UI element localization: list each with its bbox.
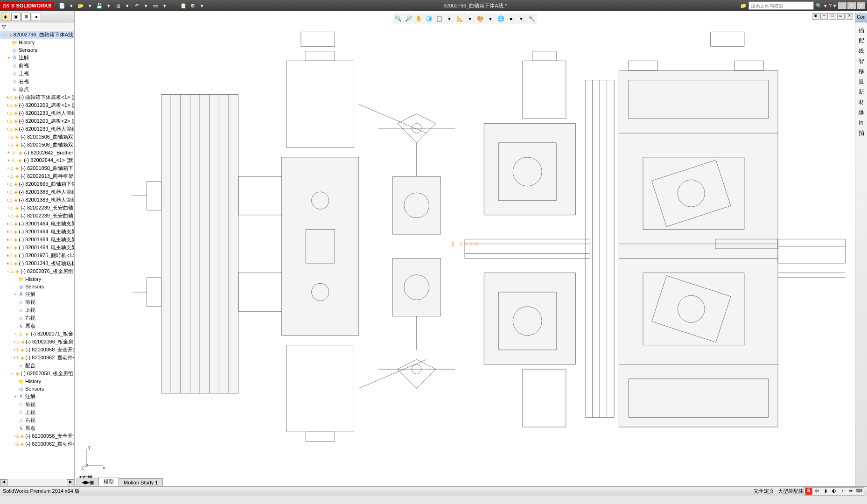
dropdown-icon[interactable]: ▾ (161, 1, 169, 10)
command-button[interactable]: 移 (856, 66, 867, 77)
ime-icon[interactable]: ♪ (839, 488, 846, 495)
tree-item[interactable]: +⚠◈(-) 82001239_机器人管线< (0, 125, 74, 133)
tree-item[interactable]: ◇前视 (0, 400, 74, 408)
view-tool-icon[interactable]: 📋 (434, 14, 444, 23)
tree-item[interactable]: +⚠◈(-) 82001209_席板<1> (默 (0, 101, 74, 109)
command-button[interactable]: 材 (856, 97, 867, 107)
viewport-ctrl-icon[interactable]: ▣ (812, 13, 819, 20)
tree-item[interactable]: ◇上视 (0, 70, 74, 77)
tree-scrollbar[interactable]: ◀ ▶ (0, 479, 74, 486)
open-icon[interactable]: 📂 (77, 1, 85, 10)
dropdown-icon[interactable]: ▾ (86, 1, 94, 10)
maximize-button[interactable]: □ (847, 2, 856, 9)
tree-item[interactable]: ↳原点 (0, 322, 74, 330)
ime-icon[interactable]: ◗ (822, 488, 829, 495)
view-tool-icon[interactable]: ✋ (414, 14, 423, 23)
minimize-button[interactable]: ─ (838, 2, 846, 9)
tree-item[interactable]: +A注解 (0, 290, 74, 298)
close-button[interactable]: ✕ (857, 2, 865, 9)
search-icon[interactable]: 🔍 (816, 3, 822, 9)
ime-icon[interactable]: ➡ (847, 488, 854, 495)
tree-item[interactable]: +⚠◈(-) 82002239_长安曲轴 (0, 212, 74, 220)
tree-item[interactable]: +A注解 (0, 392, 74, 400)
tree-item[interactable]: ◇上视 (0, 408, 74, 416)
viewport-ctrl-icon[interactable]: ✕ (846, 13, 853, 20)
command-button[interactable]: 配 (856, 35, 867, 46)
scroll-right-icon[interactable]: ▶ (67, 479, 74, 486)
tree-item[interactable]: +⚠◈(-) 82001383_机器人管线 (0, 196, 74, 204)
command-button[interactable]: 显 (856, 77, 867, 87)
config-tab-icon[interactable]: ⚙ (21, 13, 31, 21)
dropdown-icon[interactable]: ▾ (67, 1, 76, 10)
tree-item[interactable]: ◇前视 (0, 298, 74, 306)
tree-item[interactable]: +⚠◈(-) 82001975_翻转机<1> (0, 252, 74, 259)
tree-item[interactable]: +⚠◈(-) 82000962_摆动件< (0, 440, 74, 448)
command-button[interactable]: 插 (856, 25, 867, 35)
tree-item[interactable]: +⚠◈(-) 82001464_电主轴支架 (0, 244, 74, 252)
expand-icon[interactable]: + (7, 206, 10, 210)
ime-icon[interactable]: ⌨ (855, 488, 863, 495)
filter-icon[interactable]: ▽ (2, 24, 6, 30)
tree-item[interactable]: ◇右视 (0, 416, 74, 424)
options-icon[interactable]: 📋 (179, 1, 188, 10)
tree-item[interactable]: +⚠◈(-) 82001239_机器人管线< (0, 109, 74, 117)
expand-icon[interactable]: + (7, 158, 11, 163)
ime-bar[interactable]: S中◗◐♪➡⌨ (804, 487, 864, 496)
expand-icon[interactable]: + (7, 214, 10, 218)
tree-item[interactable]: ↳原点 (0, 424, 74, 432)
tree-item[interactable]: ◎Sensors (0, 46, 74, 54)
dropdown-icon[interactable]: ▾ (123, 1, 132, 10)
tree-item[interactable]: 📁History (0, 39, 74, 46)
tree-item[interactable]: +⚠◈(-) 82001383_机器人管线 (0, 188, 74, 196)
tree-tab-icon[interactable]: ◀▶▦ (77, 478, 99, 486)
ime-icon[interactable]: ◐ (830, 488, 838, 495)
view-tool-icon[interactable]: ▾ (486, 14, 495, 23)
tree-item[interactable]: +⚠◈(-) 82001850_曲轴箱下 (0, 164, 74, 172)
dropdown-icon[interactable]: ▾ (198, 1, 206, 10)
print-icon[interactable]: 🖨 (114, 1, 122, 10)
tree-item[interactable]: +⚠◈(-) 82002642_Brother (0, 149, 74, 156)
tree-item[interactable]: ◎Sensors (0, 385, 74, 392)
expand-icon[interactable]: + (7, 174, 10, 179)
command-panel-header[interactable]: Con (855, 13, 867, 22)
expand-icon[interactable]: − (7, 269, 10, 274)
filter-bar[interactable]: ▽ (0, 22, 74, 31)
ime-icon[interactable]: S (805, 488, 812, 495)
command-button[interactable]: 智 (856, 56, 867, 66)
tree-item[interactable]: −⚠◈82002796_曲轴箱下体A线 (0, 31, 74, 39)
view-tool-icon[interactable]: ▾ (517, 14, 526, 23)
tree-item[interactable]: +⚠◈(-) 82000958_安全开关 (0, 346, 74, 354)
tree-item[interactable]: +⚠◈(-) 82002613_两种框架 (0, 172, 74, 180)
dropdown-icon[interactable]: ▾ (824, 3, 827, 9)
expand-icon[interactable]: + (7, 150, 11, 155)
dropdown-icon[interactable]: ▾ (833, 3, 836, 9)
viewport-ctrl-icon[interactable]: ─ (820, 13, 828, 20)
command-button[interactable]: In (856, 118, 867, 128)
settings-icon[interactable]: ⚙ (189, 1, 197, 10)
view-tool-icon[interactable]: 🔍 (393, 14, 403, 23)
view-tool-icon[interactable]: 🔎 (404, 14, 413, 23)
tree-item[interactable]: +⚠◈(-) 82001464_电主轴支架 (0, 228, 74, 236)
tree-item[interactable]: 📁History (0, 275, 74, 283)
tree-item[interactable]: +⚠◈(-) 82001506_曲轴箱双 (0, 133, 74, 141)
tree-item[interactable]: +⚠◈(-) 82002239_长安曲轴 (0, 204, 74, 212)
expand-icon[interactable]: + (13, 332, 17, 336)
expand-icon[interactable]: + (13, 394, 18, 399)
tree-item[interactable]: +⚠◈(-) 82002665_曲轴箱下体 (0, 180, 74, 188)
ime-icon[interactable]: 中 (813, 488, 821, 495)
tree-item[interactable]: ◇右视 (0, 314, 74, 322)
view-tool-icon[interactable]: 🧊 (424, 14, 434, 23)
expand-icon[interactable]: − (7, 371, 10, 376)
expand-icon[interactable]: + (7, 135, 10, 140)
tree-item[interactable]: +⚠◈(-) 82001348_板链输送机 (0, 259, 74, 267)
feature-tree-tab-icon[interactable]: ◈ (1, 13, 10, 21)
command-button[interactable]: 爆 (856, 107, 867, 118)
view-tool-icon[interactable]: ● (506, 14, 516, 23)
tree-item[interactable]: ◎Sensors (0, 283, 74, 290)
rebuild-icon[interactable]: ✓ (170, 1, 178, 10)
view-tool-icon[interactable]: 📐 (455, 14, 464, 23)
command-button[interactable]: 线 (856, 46, 867, 56)
scroll-track[interactable] (7, 479, 67, 486)
tree-item[interactable]: −⚠◈(-) 82002076_板金房组 (0, 267, 74, 275)
new-icon[interactable]: 📄 (58, 1, 66, 10)
